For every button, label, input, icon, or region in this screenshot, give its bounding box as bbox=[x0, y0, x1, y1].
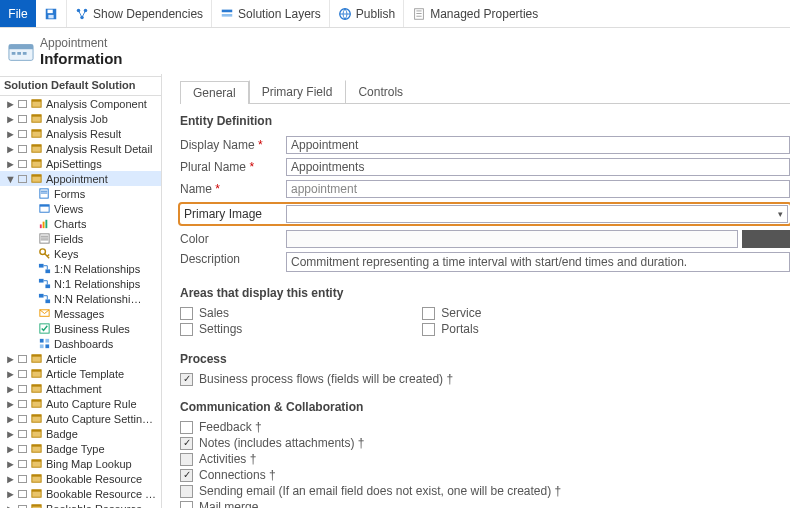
expand-icon[interactable]: ► bbox=[6, 429, 15, 438]
svg-rect-21 bbox=[32, 115, 41, 117]
tree-entity-item[interactable]: ►Badge bbox=[0, 426, 161, 441]
tree-entity-item[interactable]: ►Auto Capture Settin… bbox=[0, 411, 161, 426]
expand-icon[interactable]: ► bbox=[6, 129, 15, 138]
dependencies-icon bbox=[75, 7, 89, 21]
tree-entity-item[interactable]: ►Bookable Resource … bbox=[0, 501, 161, 508]
tab-general[interactable]: General bbox=[180, 81, 249, 104]
tree-entity-item[interactable]: ►Analysis Job bbox=[0, 111, 161, 126]
tree-entity-item[interactable]: ►Auto Capture Rule bbox=[0, 396, 161, 411]
managed-properties-button[interactable]: Managed Properties bbox=[404, 0, 546, 27]
expand-icon[interactable]: ► bbox=[6, 354, 15, 363]
svg-rect-41 bbox=[41, 240, 48, 241]
tree-entity-item[interactable]: ►Bing Map Lookup bbox=[0, 456, 161, 471]
tree-child-item[interactable]: Messages bbox=[0, 306, 161, 321]
process-bpf[interactable]: Business process flows (fields will be c… bbox=[180, 372, 790, 386]
tab-controls[interactable]: Controls bbox=[345, 80, 416, 103]
area-settings[interactable]: Settings bbox=[180, 322, 242, 336]
box-icon bbox=[18, 475, 27, 483]
chevron-down-icon: ▾ bbox=[778, 209, 783, 219]
svg-rect-10 bbox=[417, 10, 422, 11]
tree-child-item[interactable]: Business Rules bbox=[0, 321, 161, 336]
tree-entity-item[interactable]: ►Analysis Component bbox=[0, 96, 161, 111]
svg-rect-51 bbox=[40, 339, 44, 343]
area-portals[interactable]: Portals bbox=[422, 322, 481, 336]
tree-item-label: Fields bbox=[54, 233, 83, 245]
svg-rect-14 bbox=[9, 45, 33, 50]
svg-rect-2 bbox=[48, 14, 53, 18]
comm-mail-merge[interactable]: Mail merge bbox=[180, 500, 790, 508]
expand-icon[interactable]: ► bbox=[6, 369, 15, 378]
tree-child-item[interactable]: Keys bbox=[0, 246, 161, 261]
expand-icon[interactable]: ► bbox=[6, 504, 15, 508]
svg-rect-37 bbox=[45, 220, 47, 228]
expand-icon[interactable]: ► bbox=[6, 384, 15, 393]
color-input[interactable] bbox=[286, 230, 738, 248]
solution-layers-button[interactable]: Solution Layers bbox=[212, 0, 330, 27]
tree-child-item[interactable]: Views bbox=[0, 201, 161, 216]
tree-entity-item[interactable]: ▼Appointment bbox=[0, 171, 161, 186]
svg-rect-29 bbox=[32, 175, 41, 177]
tree-child-item[interactable]: Charts bbox=[0, 216, 161, 231]
tree-child-item[interactable]: Forms bbox=[0, 186, 161, 201]
show-dependencies-button[interactable]: Show Dependencies bbox=[67, 0, 212, 27]
plural-name-input[interactable] bbox=[286, 158, 790, 176]
tree-child-item[interactable]: N:N Relationshi… bbox=[0, 291, 161, 306]
name-label: Name * bbox=[180, 182, 286, 196]
box-icon bbox=[18, 160, 27, 168]
expand-icon[interactable]: ► bbox=[6, 99, 15, 108]
tab-primary-field[interactable]: Primary Field bbox=[249, 80, 346, 103]
tree-entity-item[interactable]: ►Analysis Result Detail bbox=[0, 141, 161, 156]
tree-child-item[interactable]: 1:N Relationships bbox=[0, 261, 161, 276]
tree-entity-item[interactable]: ►Badge Type bbox=[0, 441, 161, 456]
file-menu[interactable]: File bbox=[0, 0, 36, 27]
save-icon bbox=[44, 7, 58, 21]
svg-rect-46 bbox=[45, 285, 50, 289]
comm-sending-email[interactable]: Sending email (If an email field does no… bbox=[180, 484, 790, 498]
comm-feedback[interactable]: Feedback † bbox=[180, 420, 790, 434]
name-input[interactable] bbox=[286, 180, 790, 198]
tree-child-item[interactable]: Fields bbox=[0, 231, 161, 246]
description-label: Description bbox=[180, 252, 286, 266]
comm-notes[interactable]: Notes (includes attachments) † bbox=[180, 436, 790, 450]
tree-child-item[interactable]: Dashboards bbox=[0, 336, 161, 351]
tree-item-label: N:1 Relationships bbox=[54, 278, 140, 290]
tree-entity-item[interactable]: ►ApiSettings bbox=[0, 156, 161, 171]
expand-icon[interactable]: ► bbox=[6, 444, 15, 453]
tree-entity-item[interactable]: ►Article Template bbox=[0, 366, 161, 381]
display-name-input[interactable] bbox=[286, 136, 790, 154]
tree-entity-item[interactable]: ►Attachment bbox=[0, 381, 161, 396]
main-panel: General Primary Field Controls Entity De… bbox=[162, 74, 790, 508]
tree-item-label: N:N Relationshi… bbox=[54, 293, 141, 305]
comm-connections[interactable]: Connections † bbox=[180, 468, 790, 482]
expand-icon[interactable]: ► bbox=[6, 114, 15, 123]
tree-entity-item[interactable]: ►Analysis Result bbox=[0, 126, 161, 141]
svg-rect-47 bbox=[39, 294, 44, 298]
area-service[interactable]: Service bbox=[422, 306, 481, 320]
tree-entity-item[interactable]: ►Article bbox=[0, 351, 161, 366]
expand-icon[interactable]: ► bbox=[6, 414, 15, 423]
description-input[interactable]: Commitment representing a time interval … bbox=[286, 252, 790, 272]
box-icon bbox=[18, 430, 27, 438]
tree-entity-item[interactable]: ►Bookable Resource … bbox=[0, 486, 161, 501]
area-sales[interactable]: Sales bbox=[180, 306, 242, 320]
save-button[interactable] bbox=[36, 0, 67, 27]
expand-icon[interactable]: ► bbox=[6, 459, 15, 468]
expand-icon[interactable]: ► bbox=[6, 474, 15, 483]
expand-icon[interactable]: ► bbox=[6, 144, 15, 153]
publish-button[interactable]: Publish bbox=[330, 0, 404, 27]
tree-item-label: Analysis Job bbox=[46, 113, 108, 125]
process-heading: Process bbox=[180, 352, 790, 366]
svg-rect-66 bbox=[32, 430, 41, 432]
tree-child-item[interactable]: N:1 Relationships bbox=[0, 276, 161, 291]
box-icon bbox=[18, 415, 27, 423]
primary-image-select[interactable]: ▾ bbox=[286, 205, 788, 223]
expand-icon[interactable]: ► bbox=[6, 159, 15, 168]
comm-activities[interactable]: Activities † bbox=[180, 452, 790, 466]
svg-rect-35 bbox=[40, 225, 42, 229]
svg-rect-58 bbox=[32, 370, 41, 372]
expand-icon[interactable]: ▼ bbox=[6, 174, 15, 183]
expand-icon[interactable]: ► bbox=[6, 399, 15, 408]
expand-icon[interactable]: ► bbox=[6, 489, 15, 498]
color-swatch[interactable] bbox=[742, 230, 790, 248]
tree-entity-item[interactable]: ►Bookable Resource bbox=[0, 471, 161, 486]
